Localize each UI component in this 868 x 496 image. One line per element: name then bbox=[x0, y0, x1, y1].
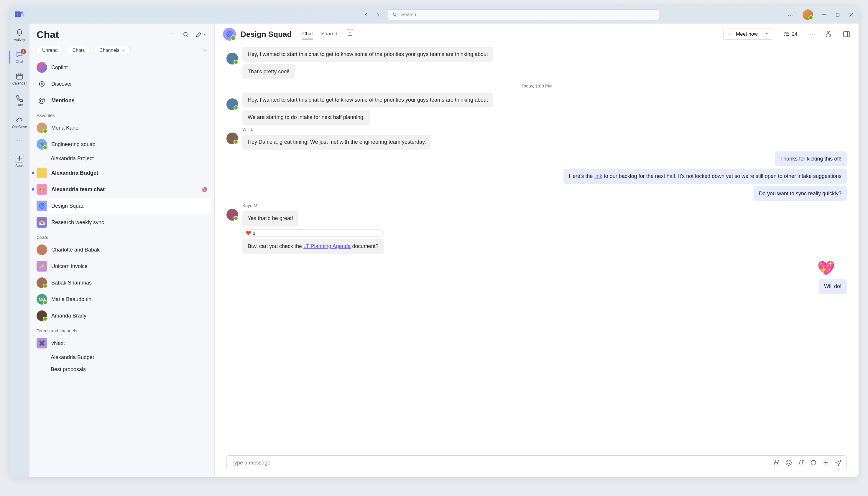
message-sender: Will L. bbox=[242, 127, 431, 131]
avatar: ✖️ bbox=[36, 338, 47, 348]
tab-chat[interactable]: Chat bbox=[302, 29, 313, 40]
app-rail: Activity 2 Chat Calendar Calls OneDrive … bbox=[10, 24, 29, 477]
sidebar-item-label: Discover bbox=[51, 81, 207, 87]
rail-label: Calls bbox=[16, 103, 24, 107]
message-avatar bbox=[226, 209, 238, 221]
rail-label: OneDrive bbox=[12, 125, 27, 129]
sidebar-item-alexandria-budget[interactable]: ✨ Alexandria Budget bbox=[32, 165, 211, 181]
sidebar-chat-item[interactable]: Charlotte and Babak bbox=[32, 242, 211, 258]
sidebar-channel-item[interactable]: Alexandria Budget bbox=[32, 351, 211, 363]
people-icon bbox=[783, 31, 790, 37]
search-input[interactable] bbox=[401, 12, 655, 17]
send-icon[interactable] bbox=[835, 459, 842, 466]
sidebar-item-copilot[interactable]: Copilot bbox=[32, 59, 211, 76]
sidebar-item-engineering[interactable]: 🛠️ Engineering squad bbox=[32, 136, 211, 153]
emoji-icon[interactable] bbox=[785, 459, 792, 466]
avatar: 🛠️ bbox=[36, 139, 47, 150]
sidebar-item-research[interactable]: 📅 Research weekly sync bbox=[32, 214, 211, 231]
message-composer[interactable] bbox=[226, 455, 847, 470]
teams-header: Teams and channels bbox=[32, 324, 211, 335]
avatar: 📅 bbox=[36, 217, 47, 228]
message-bubble: That's pretty cool! bbox=[242, 64, 295, 79]
cloud-icon bbox=[16, 116, 23, 124]
time-divider: Today, 1:00 PM bbox=[226, 83, 847, 88]
sidebar-item-label: Copilot bbox=[51, 64, 207, 71]
sidebar-more-icon[interactable]: ··· bbox=[169, 31, 177, 38]
avatar: 🎨 bbox=[36, 184, 47, 195]
sidebar-item-label: Alexandria Project bbox=[44, 156, 207, 162]
rail-apps[interactable]: Apps bbox=[10, 150, 29, 170]
titlebar: T ··· bbox=[10, 6, 858, 24]
user-avatar[interactable] bbox=[803, 10, 813, 20]
sidebar-item-label: Alexandria team chat bbox=[51, 186, 198, 192]
tab-add-button[interactable]: + bbox=[347, 29, 353, 36]
nav-back-icon[interactable] bbox=[363, 12, 369, 17]
search-box[interactable] bbox=[388, 10, 659, 20]
sidebar-item-label: Marie Beaudouin bbox=[51, 296, 207, 303]
meet-now-button[interactable]: Meet now bbox=[723, 29, 773, 40]
effects-icon[interactable] bbox=[797, 459, 805, 466]
message-bubble-mine: Thanks for kicking this off! bbox=[775, 151, 847, 167]
tab-shared[interactable]: Shared bbox=[321, 29, 337, 40]
sidebar-item-design-squad[interactable]: 🌀 Design Squad bbox=[32, 198, 211, 214]
message-bubble: Hey Daniela, great timing! We just met w… bbox=[242, 135, 431, 150]
sidebar-chat-item[interactable]: ✨ Unicorn invoice bbox=[32, 258, 211, 275]
sidebar-channel-item[interactable]: Best proposals bbox=[32, 363, 211, 375]
composer-input[interactable] bbox=[231, 460, 767, 466]
message-bubble: Hey, I wanted to start this chat to get … bbox=[242, 47, 493, 62]
filter-collapse-icon[interactable] bbox=[202, 48, 207, 53]
rail-calendar[interactable]: Calendar bbox=[10, 70, 29, 88]
svg-rect-6 bbox=[16, 74, 23, 79]
sidebar-item-mona[interactable]: Mona Kane bbox=[32, 120, 211, 136]
attach-plus-icon[interactable] bbox=[822, 459, 829, 466]
rail-more[interactable]: ··· bbox=[10, 136, 29, 145]
nav-forward-icon[interactable] bbox=[376, 12, 381, 17]
rail-activity[interactable]: Activity bbox=[10, 27, 29, 44]
compose-button[interactable] bbox=[195, 32, 207, 38]
message-avatar bbox=[226, 98, 238, 110]
titlebar-more-icon[interactable]: ··· bbox=[788, 12, 794, 18]
sidebar-item-label: Amanda Brady bbox=[51, 313, 207, 319]
window-close-icon[interactable] bbox=[849, 12, 854, 17]
chat-more-icon[interactable]: ··· bbox=[808, 32, 814, 37]
window-minimize-icon[interactable] bbox=[821, 12, 827, 17]
loop-icon[interactable] bbox=[810, 459, 817, 466]
message-avatar bbox=[226, 133, 238, 144]
filter-channels[interactable]: Channels bbox=[94, 46, 131, 55]
sidebar-item-mentions[interactable]: @ Mentions bbox=[32, 92, 211, 109]
message-bubble-mine: Will do! bbox=[819, 279, 847, 294]
calendar-icon bbox=[16, 73, 23, 80]
sidebar-chat-item[interactable]: Amanda Brady bbox=[32, 308, 211, 324]
svg-text:T: T bbox=[16, 12, 19, 16]
filter-unread[interactable]: Unread bbox=[36, 46, 63, 55]
window-maximize-icon[interactable] bbox=[835, 12, 840, 17]
filter-chats[interactable]: Chats bbox=[66, 46, 90, 55]
message-link[interactable]: link bbox=[594, 173, 602, 179]
copilot-header-icon[interactable] bbox=[824, 30, 832, 38]
svg-point-4 bbox=[393, 13, 396, 16]
people-count-button[interactable]: 24 bbox=[783, 31, 797, 37]
reaction-badge[interactable]: ❤️ 1 bbox=[242, 230, 384, 236]
sidebar-chat-item[interactable]: Babak Shammas bbox=[32, 275, 211, 291]
sidebar-item-label: Alexandria Budget bbox=[51, 170, 207, 176]
rail-chat[interactable]: 2 Chat bbox=[10, 48, 29, 66]
sidebar-item-alexandria-team[interactable]: 🎨 Alexandria team chat @ bbox=[32, 181, 211, 198]
avatar bbox=[36, 310, 47, 321]
sidebar-team-item[interactable]: ✖️ vNext bbox=[32, 335, 211, 351]
rail-onedrive[interactable]: OneDrive bbox=[10, 114, 29, 131]
search-icon bbox=[392, 12, 398, 17]
avatar: MB bbox=[36, 294, 47, 305]
message-list: Hey, I wanted to start this chat to get … bbox=[215, 45, 858, 451]
rail-label: Chat bbox=[16, 60, 23, 64]
sidebar-item-alexandria-project[interactable]: Alexandria Project bbox=[32, 153, 211, 165]
format-icon[interactable] bbox=[773, 459, 780, 466]
sidebar-search-icon[interactable] bbox=[182, 31, 190, 38]
sidebar-title: Chat bbox=[36, 29, 164, 40]
message-link[interactable]: LT Planning Agenda bbox=[303, 243, 350, 249]
sidebar-item-discover[interactable]: Discover bbox=[32, 76, 211, 92]
sidebar-chat-item[interactable]: MB Marie Beaudouin bbox=[32, 291, 211, 308]
panel-open-icon[interactable] bbox=[843, 30, 850, 38]
avatar: 🌀 bbox=[36, 201, 47, 211]
rail-calls[interactable]: Calls bbox=[10, 92, 29, 110]
rail-label: Calendar bbox=[12, 81, 27, 86]
